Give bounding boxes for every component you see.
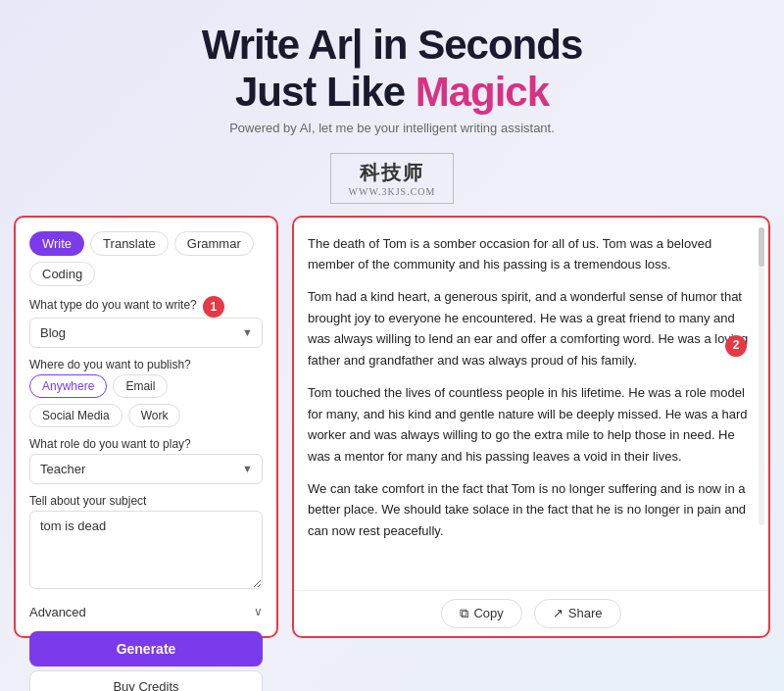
role-select[interactable]: Teacher Writer Journalist Student: [29, 454, 263, 484]
title-magick: Magick: [416, 69, 549, 115]
tabs-row: Write Translate Grammar Coding: [29, 231, 263, 286]
right-panel: The death of Tom is a somber occasion fo…: [292, 216, 770, 638]
step2-badge: 2: [725, 335, 747, 357]
advanced-row[interactable]: Advanced ∨: [29, 603, 263, 621]
type-select[interactable]: Blog Article Essay Story Email: [29, 318, 263, 348]
publish-anywhere[interactable]: Anywhere: [29, 374, 107, 398]
publish-social[interactable]: Social Media: [29, 404, 122, 427]
tab-coding[interactable]: Coding: [29, 262, 95, 286]
subject-label: Tell about your subject: [29, 494, 263, 508]
scrollbar-thumb: [759, 227, 764, 267]
publish-email[interactable]: Email: [113, 374, 168, 398]
watermark-box: 科技师 WWW.3KJS.COM: [330, 153, 455, 204]
main-title: Write Ar| in Seconds Just Like Magick: [20, 22, 764, 117]
tab-translate[interactable]: Translate: [90, 231, 169, 256]
share-icon: ↗: [553, 606, 564, 620]
type-label-row: What type do you want to write? 1: [29, 296, 263, 318]
output-para-3: Tom touched the lives of countless peopl…: [308, 382, 755, 467]
left-panel: Write Translate Grammar Coding What type…: [14, 216, 278, 638]
type-select-wrapper: Blog Article Essay Story Email ▼: [29, 318, 263, 348]
role-select-wrapper: Teacher Writer Journalist Student ▼: [29, 454, 263, 484]
watermark-zh: 科技师: [349, 160, 436, 186]
output-content: The death of Tom is a somber occasion fo…: [294, 218, 768, 590]
action-buttons: Generate Buy Credits: [29, 631, 263, 691]
advanced-label: Advanced: [29, 605, 86, 619]
watermark-section: 科技师 WWW.3KJS.COM: [0, 153, 784, 204]
publish-label: Where do you want to publish?: [29, 358, 263, 371]
tab-write[interactable]: Write: [29, 231, 84, 256]
step1-badge: 1: [203, 296, 224, 318]
type-label: What type do you want to write?: [29, 298, 197, 312]
role-section: What role do you want to play? Teacher W…: [29, 437, 263, 484]
subject-textarea[interactable]: tom is dead: [29, 511, 263, 589]
subject-section: Tell about your subject tom is dead: [29, 494, 263, 593]
title-part2: Just Like: [235, 69, 416, 115]
advanced-arrow: ∨: [254, 605, 263, 618]
scrollbar[interactable]: [759, 227, 764, 525]
generate-button[interactable]: Generate: [29, 631, 263, 666]
main-content: Write Translate Grammar Coding What type…: [0, 216, 784, 652]
share-label: Share: [568, 606, 603, 620]
output-actions: ⧉ Copy ↗ Share: [294, 590, 768, 636]
type-section: What type do you want to write? 1 Blog A…: [29, 296, 263, 348]
subtitle: Powered by AI, let me be your intelligen…: [20, 121, 764, 135]
watermark-url: WWW.3KJS.COM: [349, 186, 436, 197]
buy-credits-button[interactable]: Buy Credits: [29, 670, 263, 691]
copy-icon: ⧉: [460, 606, 468, 621]
output-para-2: Tom had a kind heart, a generous spirit,…: [308, 286, 755, 370]
output-para-1: The death of Tom is a somber occasion fo…: [308, 233, 755, 275]
page-header: Write Ar| in Seconds Just Like Magick Po…: [0, 0, 784, 145]
copy-label: Copy: [473, 606, 503, 620]
publish-section: Where do you want to publish? Anywhere E…: [29, 358, 263, 427]
role-label: What role do you want to play?: [29, 437, 263, 451]
tab-grammar[interactable]: Grammar: [174, 231, 254, 256]
copy-button[interactable]: ⧉ Copy: [441, 599, 521, 628]
publish-options: Anywhere Email Social Media Work: [29, 374, 263, 427]
publish-work[interactable]: Work: [128, 404, 181, 427]
title-part1: Write Ar| in Seconds: [202, 22, 583, 68]
share-button[interactable]: ↗ Share: [534, 599, 621, 628]
output-para-4: We can take comfort in the fact that Tom…: [308, 478, 755, 541]
